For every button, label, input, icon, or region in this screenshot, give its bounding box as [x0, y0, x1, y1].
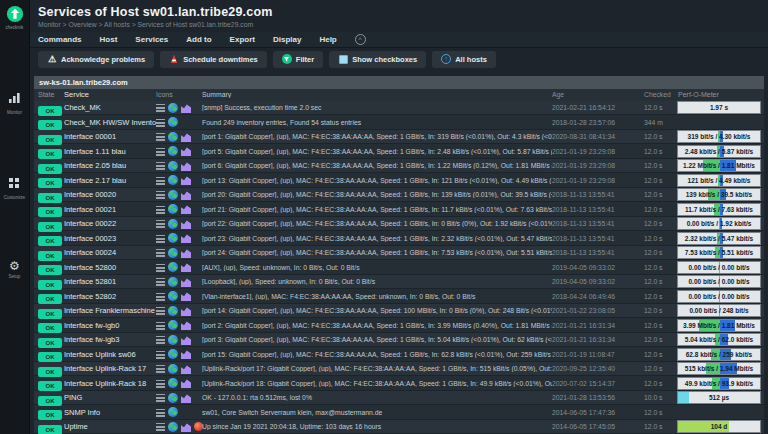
perf-o-meter[interactable]: 7.53 kbit/s / 5.51 kbit/s: [678, 247, 760, 258]
perf-o-meter[interactable]: 139 kbit/s / 39.5 kbit/s: [678, 189, 760, 200]
service-graph-icon[interactable]: [181, 190, 191, 200]
service-graph-icon[interactable]: [181, 393, 191, 403]
perf-o-meter[interactable]: 0.00 bit/s / 1.92 kbit/s: [678, 218, 760, 229]
service-details-globe-icon[interactable]: [168, 117, 178, 127]
perf-o-meter[interactable]: 104 d: [678, 421, 760, 432]
service-details-globe-icon[interactable]: [168, 190, 178, 200]
service-menu-icon[interactable]: [156, 148, 165, 156]
service-graph-icon[interactable]: [181, 422, 191, 432]
service-menu-icon[interactable]: [156, 264, 165, 272]
show-checkboxes-button[interactable]: Show checkboxes: [329, 51, 426, 68]
service-details-globe-icon[interactable]: [168, 349, 178, 359]
service-menu-icon[interactable]: [156, 278, 165, 286]
service-graph-icon[interactable]: [181, 103, 191, 113]
service-graph-icon[interactable]: [181, 378, 191, 388]
service-link[interactable]: Interface 52800: [64, 263, 156, 272]
menu-services[interactable]: Services: [135, 35, 168, 44]
service-details-globe-icon[interactable]: [168, 262, 178, 272]
perf-o-meter[interactable]: 5.04 kbit/s / 62.0 kbit/s: [678, 334, 760, 345]
service-graph-icon[interactable]: [181, 204, 191, 214]
perf-o-meter[interactable]: 0.00 bit/s / 0.00 bit/s: [678, 291, 760, 302]
service-graph-icon[interactable]: [181, 146, 191, 156]
service-graph-icon[interactable]: [181, 175, 191, 185]
service-menu-icon[interactable]: [156, 104, 165, 112]
all-hosts-button[interactable]: ↑ All hosts: [432, 51, 496, 68]
perf-o-meter[interactable]: 62.8 kbit/s / 259 kbit/s: [678, 349, 760, 360]
service-graph-icon[interactable]: [181, 219, 191, 229]
service-graph-icon[interactable]: [181, 233, 191, 243]
checkmk-logo[interactable]: checkmk: [6, 5, 24, 30]
column-header-checked[interactable]: Checked: [644, 91, 678, 98]
service-menu-icon[interactable]: [156, 307, 165, 315]
acknowledge-problems-button[interactable]: ⚠ Acknowledge problems: [38, 51, 154, 68]
service-link[interactable]: Interface 2.17 blau: [64, 176, 156, 185]
perf-o-meter[interactable]: 2.32 kbit/s / 5.47 kbit/s: [678, 233, 760, 244]
column-header-summary[interactable]: Summary: [202, 91, 552, 98]
service-menu-icon[interactable]: [156, 409, 165, 417]
service-menu-icon[interactable]: [156, 235, 165, 243]
service-menu-icon[interactable]: [156, 133, 165, 141]
perf-o-meter[interactable]: 319 bit/s / 4.30 kbit/s: [678, 131, 760, 142]
menu-add-to[interactable]: Add to: [186, 35, 211, 44]
service-graph-icon[interactable]: [181, 161, 191, 171]
perf-o-meter[interactable]: 0.00 bit/s / 248 bit/s: [678, 305, 760, 316]
service-link[interactable]: Interface Uplink-Rack 18: [64, 379, 156, 388]
service-details-globe-icon[interactable]: [168, 132, 178, 142]
perf-o-meter[interactable]: 2.48 kbit/s / 5.87 kbit/s: [678, 146, 760, 157]
service-graph-icon[interactable]: [181, 277, 191, 287]
column-header-age[interactable]: Age: [552, 91, 644, 98]
sidebar-item-customize[interactable]: Customize: [4, 175, 25, 200]
service-link[interactable]: Interface 00023: [64, 234, 156, 243]
menu-commands[interactable]: Commands: [38, 35, 82, 44]
service-menu-icon[interactable]: [156, 220, 165, 228]
service-graph-icon[interactable]: [181, 291, 191, 301]
service-details-globe-icon[interactable]: [168, 103, 178, 113]
service-menu-icon[interactable]: [156, 336, 165, 344]
perf-o-meter[interactable]: 0.00 bit/s / 0.00 bit/s: [678, 276, 760, 287]
filter-button[interactable]: Filter: [273, 51, 323, 68]
service-link[interactable]: Interface Frankiermaschine: [64, 306, 156, 315]
service-details-globe-icon[interactable]: [168, 175, 178, 185]
service-graph-icon[interactable]: [181, 306, 191, 316]
service-details-globe-icon[interactable]: [168, 146, 178, 156]
service-details-globe-icon[interactable]: [168, 248, 178, 258]
service-graph-icon[interactable]: [181, 132, 191, 142]
menu-help[interactable]: Help: [319, 35, 336, 44]
column-header-perf-o-meter[interactable]: Perf-O-Meter: [678, 91, 764, 98]
service-details-globe-icon[interactable]: [168, 422, 178, 432]
perf-o-meter[interactable]: 11.7 kbit/s / 7.63 kbit/s: [678, 204, 760, 215]
perf-o-meter[interactable]: 0.00 bit/s / 0.00 bit/s: [678, 262, 760, 273]
service-link[interactable]: Check_MK: [64, 103, 156, 112]
service-graph-icon[interactable]: [181, 364, 191, 374]
service-menu-icon[interactable]: [156, 177, 165, 185]
menu-export[interactable]: Export: [230, 35, 255, 44]
service-details-globe-icon[interactable]: [168, 161, 178, 171]
perf-o-meter[interactable]: 512 µs: [678, 392, 760, 403]
service-details-globe-icon[interactable]: [168, 277, 178, 287]
service-link[interactable]: Interface 00024: [64, 248, 156, 257]
menu-display[interactable]: Display: [273, 35, 301, 44]
service-graph-icon[interactable]: [181, 349, 191, 359]
collapse-menubar-icon[interactable]: ^: [355, 34, 366, 45]
perf-o-meter[interactable]: 515 kbit/s / 1.94 Mbit/s: [678, 363, 760, 374]
service-menu-icon[interactable]: [156, 249, 165, 257]
service-graph-icon[interactable]: [181, 248, 191, 258]
column-header-state[interactable]: State: [34, 91, 64, 98]
service-details-globe-icon[interactable]: [168, 233, 178, 243]
service-link[interactable]: Interface Uplink sw06: [64, 350, 156, 359]
service-details-globe-icon[interactable]: [168, 364, 178, 374]
service-details-globe-icon[interactable]: [168, 204, 178, 214]
service-menu-icon[interactable]: [156, 191, 165, 199]
service-menu-icon[interactable]: [156, 293, 165, 301]
menu-host[interactable]: Host: [100, 35, 118, 44]
service-link[interactable]: Interface 1.11 blau: [64, 147, 156, 156]
service-menu-icon[interactable]: [156, 162, 165, 170]
service-menu-icon[interactable]: [156, 394, 165, 402]
service-link[interactable]: Interface 00020: [64, 190, 156, 199]
service-menu-icon[interactable]: [156, 365, 165, 373]
schedule-downtimes-button[interactable]: Schedule downtimes: [160, 51, 267, 68]
column-header-icons[interactable]: Icons: [156, 91, 202, 98]
service-graph-icon[interactable]: [181, 262, 191, 272]
service-link[interactable]: Check_MK HW/SW Inventory: [64, 118, 156, 127]
sidebar-item-setup[interactable]: ⚙ Setup: [9, 260, 21, 279]
